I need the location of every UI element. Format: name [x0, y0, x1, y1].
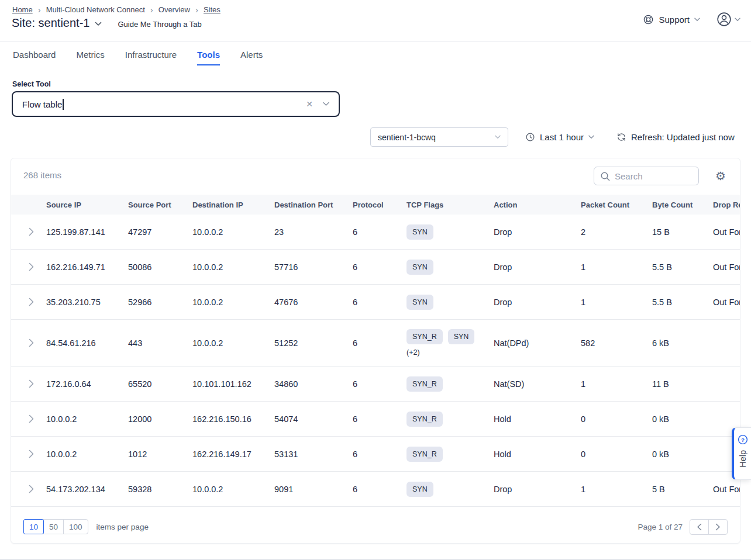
tab-dashboard[interactable]: Dashboard	[13, 50, 56, 65]
cell-dest-port: 47676	[274, 298, 353, 307]
cell-source-port: 50086	[128, 262, 192, 272]
row-expand-button[interactable]	[27, 337, 35, 348]
cell-source-ip: 54.173.202.134	[46, 485, 128, 494]
cell-drop-reason: Out For	[713, 227, 740, 237]
cell-dest-ip: 10.0.0.2	[192, 338, 274, 348]
tcp-flag-badge: SYN	[406, 224, 433, 240]
items-count: 268 items	[23, 170, 61, 180]
tab-infrastructure[interactable]: Infrastructure	[125, 50, 177, 65]
page-nav-group	[690, 519, 728, 535]
tab-bar: DashboardMetricsInfrastructureToolsAlert…	[13, 50, 263, 65]
breadcrumb-item[interactable]: Home	[12, 5, 33, 14]
user-menu-chevron-icon	[735, 18, 740, 22]
cell-action: Drop	[494, 298, 581, 307]
tcp-flag-badge: SYN	[448, 329, 475, 344]
table-row: 54.173.202.1345932810.0.0.290916SYNDrop1…	[11, 472, 740, 507]
cell-tcp-flags: SYN	[406, 472, 494, 506]
expand-cell	[11, 296, 46, 308]
search-input[interactable]	[615, 171, 693, 181]
column-header: Byte Count	[652, 201, 713, 209]
cell-packet-count: 2	[581, 227, 652, 237]
row-expand-button[interactable]	[27, 296, 35, 307]
column-header: Destination IP	[192, 201, 274, 209]
help-tab[interactable]: ? Help	[732, 427, 751, 480]
page-size-group: 1050100	[23, 519, 88, 534]
tab-alerts[interactable]: Alerts	[240, 50, 263, 65]
cell-packet-count: 1	[581, 379, 652, 389]
tool-select-input[interactable]: Flow table ✕	[12, 91, 340, 117]
tab-metrics[interactable]: Metrics	[76, 50, 104, 65]
cell-dest-port: 53131	[274, 450, 353, 459]
breadcrumb-item[interactable]: Sites	[204, 5, 221, 14]
time-range-chevron-icon	[588, 135, 594, 139]
cell-source-ip: 10.0.0.2	[46, 450, 128, 459]
cell-dest-ip: 10.0.0.2	[192, 227, 274, 237]
cell-protocol: 6	[353, 485, 406, 494]
tool-select-chevron-icon[interactable]	[323, 102, 329, 106]
cell-source-port: 443	[128, 338, 192, 348]
cell-byte-count: 6 kB	[652, 338, 713, 348]
row-expand-button[interactable]	[27, 226, 35, 237]
breadcrumb-separator-icon: ›	[38, 6, 41, 13]
cell-protocol: 6	[353, 450, 406, 459]
cell-source-port: 47297	[128, 227, 192, 237]
node-select[interactable]: sentient-1-bcwq	[370, 127, 508, 147]
row-expand-button[interactable]	[27, 378, 35, 389]
cell-protocol: 6	[353, 262, 406, 272]
table-settings-gear-icon[interactable]: ⚙	[715, 168, 726, 184]
cell-dest-ip: 10.0.0.2	[192, 262, 274, 272]
node-select-value: sentient-1-bcwq	[378, 133, 436, 142]
column-header: Destination Port	[274, 201, 353, 209]
cell-source-ip: 172.16.0.64	[46, 379, 128, 389]
expand-cell	[11, 448, 46, 460]
page-size-10[interactable]: 10	[23, 519, 44, 534]
cell-protocol: 6	[353, 379, 406, 389]
search-icon	[600, 171, 610, 181]
column-header: Source Port	[128, 201, 192, 209]
cell-byte-count: 5 B	[652, 485, 713, 494]
cell-drop-reason: Out For	[713, 485, 740, 494]
breadcrumb-item: Overview	[159, 5, 190, 14]
table-row: 125.199.87.1414729710.0.0.2236SYNDrop215…	[11, 215, 740, 250]
column-header: Packet Count	[581, 201, 652, 209]
cell-action: Nat(DPd)	[494, 338, 581, 348]
cell-source-ip: 125.199.87.141	[46, 227, 128, 237]
cell-source-port: 59328	[128, 485, 192, 494]
row-expand-button[interactable]	[27, 483, 35, 495]
cell-dest-port: 51252	[274, 338, 353, 348]
cell-action: Hold	[494, 414, 581, 424]
cell-source-port: 1012	[128, 450, 192, 459]
page-size-100[interactable]: 100	[63, 519, 88, 534]
row-expand-button[interactable]	[27, 413, 35, 424]
cell-action: Drop	[494, 485, 581, 494]
clear-icon[interactable]: ✕	[306, 100, 313, 108]
row-expand-button[interactable]	[27, 448, 35, 459]
cell-tcp-flags: SYN_R	[406, 437, 494, 471]
page-size-50[interactable]: 50	[43, 519, 64, 534]
tcp-flag-badge: SYN_R	[406, 329, 443, 344]
prev-page-button[interactable]	[690, 519, 709, 535]
row-expand-button[interactable]	[27, 261, 35, 272]
cell-byte-count: 0 kB	[652, 450, 713, 459]
cell-tcp-flags: SYN_R	[406, 402, 494, 436]
select-tool-label: Select Tool	[12, 80, 51, 88]
help-question-icon: ?	[738, 434, 748, 445]
time-range-select[interactable]: Last 1 hour	[525, 127, 594, 147]
user-menu[interactable]	[716, 12, 740, 27]
per-page-label: items per page	[97, 523, 149, 531]
cell-dest-port: 34860	[274, 379, 353, 389]
support-menu[interactable]: Support	[643, 14, 700, 25]
next-page-button[interactable]	[708, 519, 728, 535]
tcp-flag-badge: SYN	[406, 295, 433, 310]
site-switcher-chevron-icon[interactable]	[95, 22, 102, 26]
tab-tools[interactable]: Tools	[197, 50, 220, 65]
guide-me-link[interactable]: Guide Me Through a Tab	[118, 20, 201, 29]
page-title: Site: sentient-1	[12, 16, 89, 30]
cell-action: Drop	[494, 262, 581, 272]
cell-dest-ip: 10.0.0.2	[192, 485, 274, 494]
cell-source-ip: 10.0.0.2	[46, 414, 128, 424]
breadcrumb-separator-icon: ›	[150, 6, 153, 13]
support-icon	[643, 14, 654, 25]
cell-tcp-flags: SYN	[406, 250, 494, 284]
refresh-button[interactable]: Refresh: Updated just now	[616, 127, 735, 147]
